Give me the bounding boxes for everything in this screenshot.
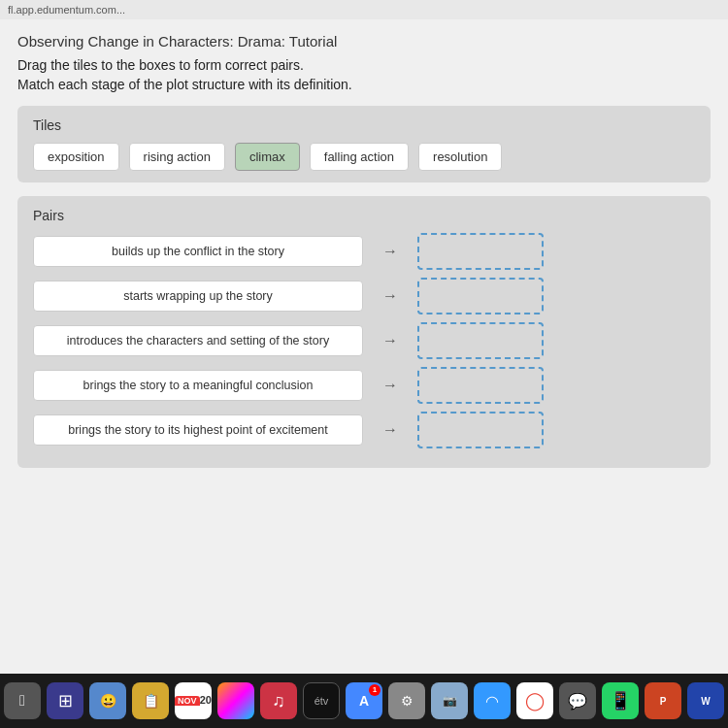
pairs-section: Pairs builds up the conflict in the stor…	[17, 196, 711, 468]
tiles-row: exposition rising action climax falling …	[33, 143, 695, 171]
pair-drop-zone-1[interactable]	[417, 233, 544, 270]
pair-row-1: builds up the conflict in the story →	[33, 233, 695, 270]
music-icon[interactable]: ♫	[260, 682, 297, 719]
pair-definition-5: brings the story to its highest point of…	[33, 414, 363, 446]
pair-definition-1: builds up the conflict in the story	[33, 236, 363, 267]
pair-drop-zone-5[interactable]	[417, 412, 544, 448]
url-bar: fl.app.edumentum.com...	[8, 4, 125, 16]
taskbar:  ⊞ 😀 📋 NOV20 ♫ étv A ⚙ 📷 ◠ ◯ 💬 📱 P W	[0, 674, 728, 728]
powerpoint-icon[interactable]: P	[645, 682, 681, 719]
launchpad-icon[interactable]: ⊞	[47, 682, 83, 719]
instruction-1: Drag the tiles to the boxes to form corr…	[17, 57, 711, 73]
preview-icon[interactable]: 📷	[431, 682, 468, 719]
tile-falling-action[interactable]: falling action	[310, 143, 409, 171]
pair-drop-zone-3[interactable]	[417, 322, 544, 359]
pair-definition-2: starts wrapping up the story	[33, 281, 363, 312]
pair-arrow-3: →	[371, 332, 410, 349]
chrome-icon[interactable]: ◯	[516, 682, 553, 719]
pair-drop-zone-2[interactable]	[417, 278, 544, 314]
pair-row-4: brings the story to a meaningful conclus…	[33, 367, 695, 404]
notes-icon[interactable]: 📋	[132, 682, 169, 719]
messages-icon[interactable]: 💬	[559, 682, 596, 719]
tv-icon[interactable]: étv	[303, 682, 340, 719]
tile-exposition[interactable]: exposition	[33, 143, 119, 171]
tiles-section: Tiles exposition rising action climax fa…	[17, 106, 711, 182]
instruction-2: Match each stage of the plot structure w…	[17, 77, 711, 92]
accessibility-icon[interactable]: A	[346, 682, 382, 719]
photos-icon[interactable]	[217, 682, 254, 719]
page-title: Observing Change in Characters: Drama: T…	[17, 33, 711, 50]
whatsapp-icon[interactable]: 📱	[602, 682, 639, 719]
top-bar: fl.app.edumentum.com...	[0, 0, 728, 19]
tile-climax[interactable]: climax	[235, 143, 300, 171]
finder-icon[interactable]: 😀	[89, 682, 126, 719]
safari-icon[interactable]: ◠	[474, 682, 511, 719]
pair-arrow-2: →	[371, 287, 410, 305]
pair-row-2: starts wrapping up the story →	[33, 278, 695, 314]
pair-definition-3: introduces the characters and setting of…	[33, 325, 363, 356]
pair-arrow-1: →	[371, 243, 410, 260]
word-icon[interactable]: W	[687, 682, 724, 719]
pair-definition-4: brings the story to a meaningful conclus…	[33, 370, 363, 401]
apple-icon[interactable]: 	[4, 682, 41, 719]
main-content: Observing Change in Characters: Drama: T…	[0, 19, 728, 674]
pair-arrow-5: →	[371, 421, 410, 439]
tile-rising-action[interactable]: rising action	[129, 143, 225, 171]
pair-row-3: introduces the characters and setting of…	[33, 322, 695, 359]
tiles-label: Tiles	[33, 117, 695, 133]
pair-arrow-4: →	[371, 377, 410, 394]
pair-drop-zone-4[interactable]	[417, 367, 544, 404]
pairs-label: Pairs	[33, 208, 695, 223]
pair-row-5: brings the story to its highest point of…	[33, 412, 695, 448]
system-prefs-icon[interactable]: ⚙	[388, 682, 425, 719]
tile-resolution[interactable]: resolution	[418, 143, 502, 171]
calendar-icon[interactable]: NOV20	[175, 682, 212, 719]
